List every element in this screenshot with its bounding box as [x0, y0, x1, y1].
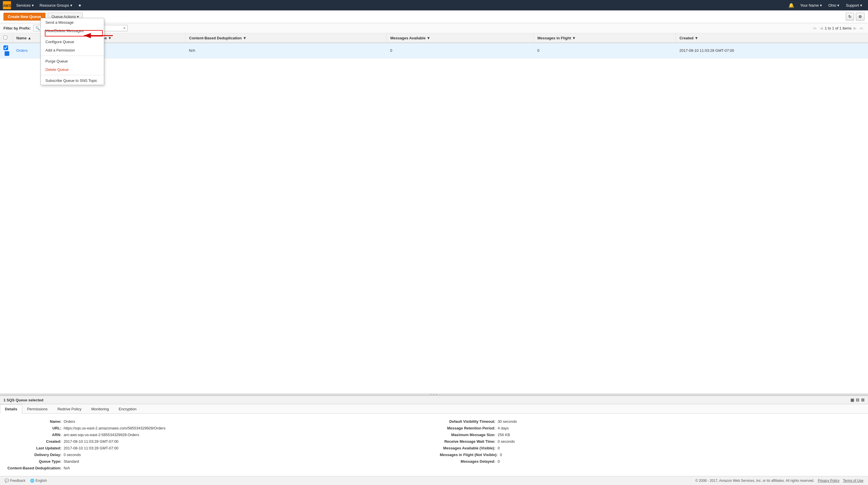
detail-row: Name:Orders [6, 418, 428, 425]
toolbar: Create New Queue Queue Actions ▾ ↻ ⚙ [0, 10, 868, 23]
create-new-queue-button[interactable]: Create New Queue [3, 13, 45, 21]
detail-value: Standard [64, 459, 79, 463]
dropdown-item-subscribe-sns[interactable]: Subscribe Queue to SNS Topic [41, 77, 104, 85]
services-nav[interactable]: Services ▾ [13, 2, 37, 9]
detail-value: 256 KB [498, 433, 510, 437]
dropdown-item-view-delete-messages[interactable]: View/Delete Messages [41, 27, 104, 35]
detail-row: Messages Delayed:0 [440, 458, 862, 465]
detail-value: 0 [498, 459, 500, 463]
msg-flight-column-header[interactable]: Messages in Flight ▼ [534, 33, 676, 43]
msg-avail-sort-icon: ▼ [427, 36, 431, 40]
top-navigation: AWS Services ▾ Resource Groups ▾ ★ 🔔 You… [0, 0, 868, 10]
pagination-text: 1 to 1 of 1 items [825, 26, 852, 30]
region-chevron-icon: ▾ [837, 3, 839, 7]
panel-icon-3[interactable]: ⊞ [861, 398, 865, 402]
panel-icon-2[interactable]: ⊟ [856, 398, 859, 402]
detail-label: Messages Delayed: [440, 459, 498, 463]
prev-page-button[interactable]: ◀ [819, 26, 824, 30]
tab-details[interactable]: Details [0, 404, 22, 414]
detail-row: Created:2017-08-10 11:03:28 GMT-07:00 [6, 438, 428, 445]
filter-prefix-label: Filter by Prefix: [3, 26, 31, 30]
filter-bar: Filter by Prefix: 🔍 × ⏮ ◀ 1 to 1 of 1 it… [0, 23, 868, 33]
detail-row: Content-Based Deduplication:N/A [6, 465, 428, 472]
row-checkbox-cell [0, 43, 13, 58]
select-all-column[interactable] [0, 33, 13, 43]
detail-label: Queue Type: [6, 459, 64, 463]
detail-label: Receive Message Wait Time: [440, 439, 498, 444]
details-right-column: Default Visibility Timeout:30 secondsMes… [440, 418, 862, 472]
detail-tabs: DetailsPermissionsRedrive PolicyMonitori… [0, 404, 868, 414]
dropdown-divider [41, 36, 104, 36]
queue-actions-dropdown: Send a MessageView/Delete MessagesConfig… [40, 18, 104, 85]
dropdown-item-delete-queue[interactable]: Delete Queue [41, 65, 104, 74]
filter-clear-button[interactable]: × [123, 26, 126, 30]
table-row: Orders Standard N/A 0 0 2017-08-10 11:03… [0, 43, 868, 58]
user-menu[interactable]: Your Name ▾ [797, 2, 825, 9]
feedback-link[interactable]: 💬 Feedback [5, 479, 26, 483]
terms-of-use-link[interactable]: Terms of Use [843, 479, 863, 483]
next-page-button[interactable]: ▶ [852, 26, 858, 30]
first-page-button[interactable]: ⏮ [812, 26, 818, 30]
bell-icon[interactable]: 🔔 [786, 1, 797, 9]
created-column-header[interactable]: Created ▼ [676, 33, 868, 43]
details-left-column: Name:OrdersURL:https://sqs.us-east-2.ama… [6, 418, 428, 472]
aws-logo-icon: AWS [3, 1, 11, 9]
detail-row: Delivery Delay:0 seconds [6, 451, 428, 458]
select-all-checkbox[interactable] [3, 36, 7, 39]
tab-monitoring[interactable]: Monitoring [87, 404, 114, 414]
settings-button[interactable]: ⚙ [856, 13, 865, 21]
detail-row: Receive Message Wait Time:0 seconds [440, 438, 862, 445]
language-selector[interactable]: 🌐 English [30, 479, 47, 483]
tab-redrive-policy[interactable]: Redrive Policy [52, 404, 86, 414]
detail-row: Last Updated:2017-08-10 11:03:28 GMT-07:… [6, 445, 428, 451]
detail-value: 4 days [498, 426, 509, 430]
dropdown-divider [41, 75, 104, 75]
dropdown-item-purge-queue[interactable]: Purge Queue [41, 57, 104, 65]
detail-row: Maximum Message Size:256 KB [440, 431, 862, 438]
detail-label: URL: [6, 426, 64, 430]
panel-icon-1[interactable]: ▣ [850, 398, 854, 402]
row-checkbox-0[interactable] [3, 46, 8, 50]
detail-value: 2017-08-10 11:03:28 GMT-07:00 [64, 439, 118, 444]
support-chevron-icon: ▾ [860, 3, 862, 7]
msg-flight-sort-icon: ▼ [572, 36, 576, 40]
globe-icon: 🌐 [30, 479, 34, 483]
detail-label: Name: [6, 419, 64, 424]
detail-row: Default Visibility Timeout:30 seconds [440, 418, 862, 425]
dropdown-item-add-permission[interactable]: Add a Permission [41, 46, 104, 54]
pagination-info: ⏮ ◀ 1 to 1 of 1 items ▶ ⏭ [812, 26, 865, 30]
privacy-policy-link[interactable]: Privacy Policy [818, 479, 840, 483]
tab-encryption[interactable]: Encryption [114, 404, 141, 414]
support-menu[interactable]: Support ▾ [843, 2, 865, 9]
svg-text:AWS: AWS [3, 4, 11, 8]
queue-type-sort-icon: ▼ [108, 36, 112, 40]
detail-label: Messages in Flight (Not Visible): [440, 453, 500, 457]
row-msg-available-cell: 0 [387, 43, 534, 58]
detail-value: 0 seconds [498, 439, 515, 444]
dropdown-item-configure-queue[interactable]: Configure Queue [41, 38, 104, 46]
favorites-nav[interactable]: ★ [75, 2, 85, 9]
detail-label: Messages Available (Visible): [440, 446, 498, 450]
dedup-column-header[interactable]: Content-Based Deduplication ▼ [185, 33, 387, 43]
selected-queue-label: 1 SQS Queue selected [3, 398, 43, 402]
detail-label: Last Updated: [6, 446, 64, 450]
dedup-sort-icon: ▼ [243, 36, 247, 40]
detail-value: 0 seconds [64, 453, 81, 457]
detail-row: Message Retention Period:4 days [440, 425, 862, 431]
detail-row: Queue Type:Standard [6, 458, 428, 465]
row-created-cell: 2017-08-10 11:03:28 GMT-07:00 [676, 43, 868, 58]
region-menu[interactable]: Ohio ▾ [826, 2, 842, 9]
bottom-panel-header: 1 SQS Queue selected ▣ ⊟ ⊞ [0, 396, 868, 404]
resource-groups-nav[interactable]: Resource Groups ▾ [37, 2, 75, 9]
details-content: Name:OrdersURL:https://sqs.us-east-2.ama… [0, 414, 868, 476]
detail-value: 0 [498, 446, 500, 450]
dropdown-item-send-message[interactable]: Send a Message [41, 18, 104, 27]
detail-value: 2017-08-10 11:03:28 GMT-07:00 [64, 446, 118, 450]
msg-available-column-header[interactable]: Messages Available ▼ [387, 33, 534, 43]
detail-value: Orders [64, 419, 75, 424]
main-table-area: Name ▲ Queue Type ▼ Content-Based Dedupl… [0, 33, 868, 394]
refresh-button[interactable]: ↻ [846, 13, 854, 21]
tab-permissions[interactable]: Permissions [22, 404, 53, 414]
detail-label: ARN: [6, 433, 64, 437]
last-page-button[interactable]: ⏭ [859, 26, 865, 30]
